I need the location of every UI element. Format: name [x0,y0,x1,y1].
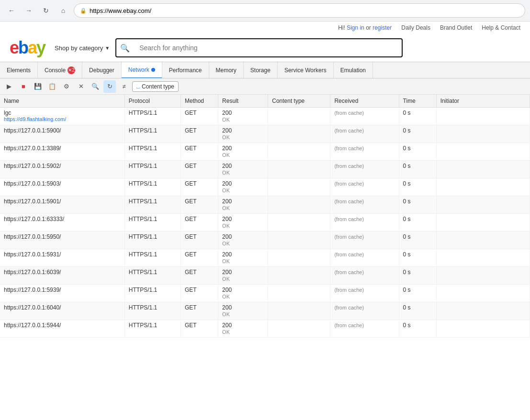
table-row[interactable]: https://127.0.0.1:5900/ HTTPS/1.1 GET 20… [0,125,530,143]
cell-initiator [436,232,530,249]
col-header-protocol[interactable]: Protocol [124,95,180,108]
shop-by-category[interactable]: Shop by category ▼ [55,44,110,52]
table-row[interactable]: lgc https://d9.flashtalking.com/ HTTPS/1… [0,108,530,125]
home-button[interactable]: ⌂ [56,4,70,17]
tab-debugger-label: Debugger [89,67,114,74]
clear-button[interactable]: ✕ [75,80,87,93]
tab-memory[interactable]: Memory [209,62,244,78]
cell-method: GET [181,161,218,178]
table-row[interactable]: https://127.0.0.1:5903/ HTTPS/1.1 GET 20… [0,178,530,196]
cell-received: (from cache) [330,320,399,338]
tab-network[interactable]: Network [122,62,162,78]
table-row[interactable]: https://127.0.0.1:5944/ HTTPS/1.1 GET 20… [0,320,530,338]
cell-content-type [268,320,330,338]
cell-time: 0 s [399,143,436,161]
cell-protocol: HTTPS/1.1 [124,178,180,196]
tab-performance[interactable]: Performance [162,62,209,78]
network-toolbar: ▶ ■ 💾 📋 ⚙ ✕ 🔍 ↻ ≠ ⎵ Content type [0,78,530,95]
table-row[interactable]: https://127.0.0.1:5901/ HTTPS/1.1 GET 20… [0,196,530,214]
content-type-filter-label: Content type [142,83,174,90]
cell-result: 200OK [218,196,268,214]
cell-protocol: HTTPS/1.1 [124,143,180,161]
cell-time: 0 s [399,125,436,143]
cell-protocol: HTTPS/1.1 [124,285,180,302]
cell-name: lgc https://d9.flashtalking.com/ [0,108,124,125]
cell-content-type [268,232,330,249]
settings-button[interactable]: ⚙ [60,80,73,93]
cell-result: 200OK [218,232,268,249]
import-button[interactable]: 📋 [46,80,58,93]
ebay-main-header: ebay Shop by category ▼ 🔍 [10,34,520,62]
cell-method: GET [181,214,218,232]
cell-received: (from cache) [330,196,399,214]
cell-initiator [436,249,530,267]
forward-button[interactable]: → [22,4,35,17]
network-table[interactable]: Name Protocol Method Result Content type… [0,95,530,413]
cell-name: https://127.0.0.1:5931/ [0,249,124,267]
col-header-initiator[interactable]: Initiator [436,95,530,108]
cell-received: (from cache) [330,249,399,267]
save-button[interactable]: 💾 [32,80,44,93]
table-row[interactable]: https://127.0.0.1:5902/ HTTPS/1.1 GET 20… [0,161,530,178]
record-button[interactable]: ▶ [3,80,15,93]
disable-cache-button[interactable]: ≠ [118,80,130,93]
tab-emulation[interactable]: Emulation [334,62,373,78]
cell-initiator [436,125,530,143]
tab-debugger[interactable]: Debugger [82,62,122,78]
cell-method: GET [181,125,218,143]
address-bar[interactable]: 🔒 [74,3,525,18]
table-row[interactable]: https://127.0.0.1:5950/ HTTPS/1.1 GET 20… [0,232,530,249]
col-header-method[interactable]: Method [181,95,218,108]
table-row[interactable]: https://127.0.0.1:5931/ HTTPS/1.1 GET 20… [0,249,530,267]
table-row[interactable]: https://127.0.0.1:3389/ HTTPS/1.1 GET 20… [0,143,530,161]
cell-name: https://127.0.0.1:5903/ [0,178,124,196]
tab-console-label: Console [45,67,66,74]
col-header-result[interactable]: Result [218,95,268,108]
cell-time: 0 s [399,267,436,285]
tab-storage[interactable]: Storage [244,62,278,78]
search-input[interactable] [134,44,402,52]
console-error-badge: ✕2 [68,66,75,74]
col-header-received[interactable]: Received [330,95,399,108]
cell-time: 0 s [399,232,436,249]
cell-content-type [268,267,330,285]
cell-protocol: HTTPS/1.1 [124,214,180,232]
tab-service-workers[interactable]: Service Workers [278,62,334,78]
filter-toggle-button[interactable]: 🔍 [89,80,101,93]
table-row[interactable]: https://127.0.0.1:6040/ HTTPS/1.1 GET 20… [0,302,530,320]
stop-button[interactable]: ■ [17,80,30,93]
col-header-content-type[interactable]: Content type [268,95,330,108]
col-header-name[interactable]: Name [0,95,124,108]
register-link[interactable]: register [372,24,392,31]
cell-protocol: HTTPS/1.1 [124,196,180,214]
tab-storage-label: Storage [250,67,271,74]
daily-deals-link[interactable]: Daily Deals [401,24,430,31]
table-row[interactable]: https://127.0.0.1:63333/ HTTPS/1.1 GET 2… [0,214,530,232]
brand-outlet-link[interactable]: Brand Outlet [440,24,472,31]
cell-initiator [436,143,530,161]
url-input[interactable] [90,7,519,14]
tab-elements[interactable]: Elements [0,62,38,78]
cell-initiator [436,285,530,302]
cell-name: https://127.0.0.1:5900/ [0,125,124,143]
cell-name: https://127.0.0.1:3389/ [0,143,124,161]
cell-result: 200OK [218,302,268,320]
search-icon: 🔍 [116,44,134,53]
cell-protocol: HTTPS/1.1 [124,125,180,143]
sign-in-link[interactable]: Sign in [347,24,364,31]
content-type-filter[interactable]: ⎵ Content type [132,81,179,92]
refresh-button[interactable]: ↻ [39,4,53,17]
cell-result: 200OK [218,161,268,178]
cell-result: 200OK [218,125,268,143]
table-row[interactable]: https://127.0.0.1:6039/ HTTPS/1.1 GET 20… [0,267,530,285]
cell-received: (from cache) [330,214,399,232]
table-row[interactable]: https://127.0.0.1:5939/ HTTPS/1.1 GET 20… [0,285,530,302]
help-contact-link[interactable]: Help & Contact [482,24,520,31]
cell-received: (from cache) [330,161,399,178]
preserve-log-button[interactable]: ↻ [103,80,116,93]
col-header-time[interactable]: Time [399,95,436,108]
tab-console[interactable]: Console ✕2 [38,62,82,78]
cell-time: 0 s [399,108,436,125]
search-bar[interactable]: 🔍 [115,38,403,57]
back-button[interactable]: ← [5,4,18,17]
